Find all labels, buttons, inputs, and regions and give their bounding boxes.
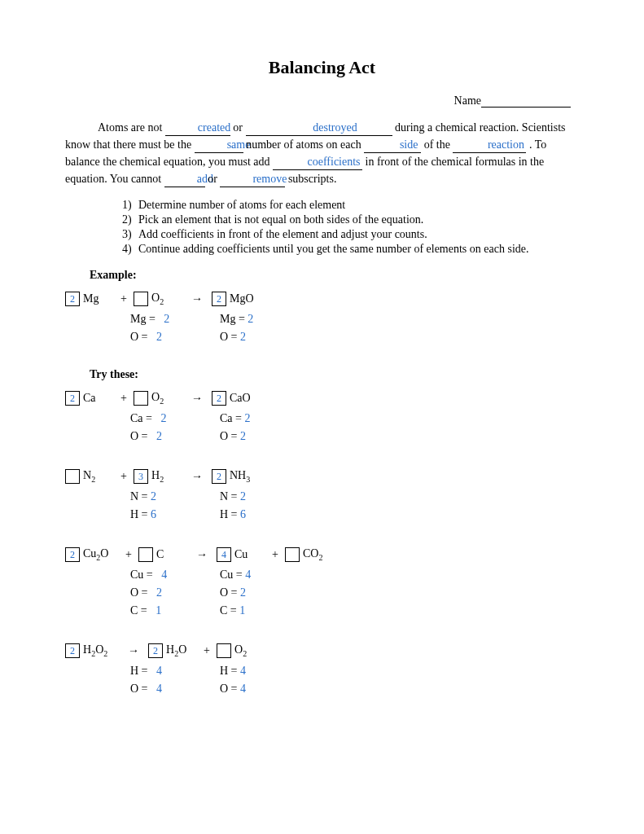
plus-sign: + [119,548,138,561]
blank-destroyed: destroyed [313,121,357,134]
formula: Ca [83,392,114,405]
arrow-icon: → [187,548,217,561]
blank-remove: remove [252,173,287,185]
blank-created: created [198,121,230,134]
example-label: Example: [90,269,595,282]
text: number of atoms on each [246,138,364,151]
page-title: Balancing Act [49,57,595,78]
coef-box [134,292,148,306]
coef-box [65,469,80,484]
plus-sign: + [114,470,134,483]
formula: Mg [83,292,114,305]
plus-sign: + [114,392,134,405]
formula: N2 [83,469,114,484]
formula: MgO [230,292,261,305]
text: Atoms are not [98,121,165,134]
text: or [208,173,220,185]
coef-box [217,643,231,658]
count-row: N = 2 N = 2 [65,490,595,503]
step-4: 4)Continue adding coefficients until you… [122,243,595,256]
coef-box: 2 [212,469,226,484]
step-3: 3)Add coefficients in front of the eleme… [122,228,595,241]
name-label: Name [454,94,481,107]
equation-example: 2 Mg + O2 → 2 MgO Mg = 2 Mg = 2 O = 2 O … [65,290,595,344]
blank-reaction: reaction [488,138,524,151]
coef-box: 2 [65,391,80,406]
count-row: Ca = 2 Ca = 2 [65,412,595,425]
count-row: O = 2 O = 2 [65,586,595,599]
step-1: 1)Determine number of atoms for each ele… [122,199,595,212]
plus-sign: + [114,292,134,305]
coef-box: 3 [134,469,148,484]
coef-box: 2 [212,292,226,306]
formula: H2 [151,469,182,484]
equation-2: N2 + 3 H2 → 2 NH3 N = 2 N = 2 H = 6 H = … [65,467,595,521]
count-row: O = 2 O = 2 [65,430,595,443]
name-field: Name [49,94,595,108]
steps-list: 1)Determine number of atoms for each ele… [122,199,595,256]
text: or [233,121,245,134]
formula: CaO [230,392,261,405]
coef-box [285,547,300,562]
blank-side: side [400,138,418,151]
coef-box: 2 [212,391,226,406]
count-row: Mg = 2 Mg = 2 [65,313,595,326]
blank-coefficients: coefficients [308,156,361,168]
plus-sign: + [265,548,285,561]
try-label: Try these: [90,368,595,381]
formula: H2O [166,643,197,658]
count-row: C = 1 C = 1 [65,604,595,617]
formula: Cu [234,548,265,561]
coef-box: 4 [217,547,231,562]
text: subscripts. [288,173,337,185]
formula: CO2 [303,547,334,562]
formula: O2 [234,643,265,658]
coef-box: 2 [148,643,163,658]
count-row: H = 4 H = 4 [65,665,595,678]
equation-1: 2 Ca + O2 → 2 CaO Ca = 2 Ca = 2 O = 2 O … [65,389,595,443]
count-row: O = 4 O = 4 [65,683,595,696]
equation-4: 2 H2O2 → 2 H2O + O2 H = 4 H = 4 O = 4 O … [65,642,595,696]
formula: H2O2 [83,643,119,658]
coef-box [134,391,148,406]
count-row: Cu = 4 Cu = 4 [65,568,595,582]
coef-box: 2 [65,292,80,306]
formula: O2 [151,391,182,406]
coef-box: 2 [65,547,80,562]
step-2: 2)Pick an element that is not equal on b… [122,213,595,226]
text: of the [424,138,453,151]
coef-box [138,547,153,562]
intro-paragraph: Atoms are not created or destroyed durin… [65,119,579,187]
coef-box: 2 [65,643,80,658]
formula: O2 [151,292,182,306]
formula: Cu2O [83,547,119,562]
arrow-icon: → [182,292,212,305]
count-row: H = 6 H = 6 [65,508,595,521]
equation-3: 2 Cu2O + C → 4 Cu + CO2 Cu = 4 Cu = 4 O … [65,546,595,617]
arrow-icon: → [182,470,212,483]
plus-sign: + [197,644,217,657]
count-row: O = 2 O = 2 [65,331,595,344]
arrow-icon: → [119,644,148,657]
arrow-icon: → [182,392,212,405]
name-blank [481,107,571,108]
formula: C [156,548,187,561]
formula: NH3 [230,469,261,484]
